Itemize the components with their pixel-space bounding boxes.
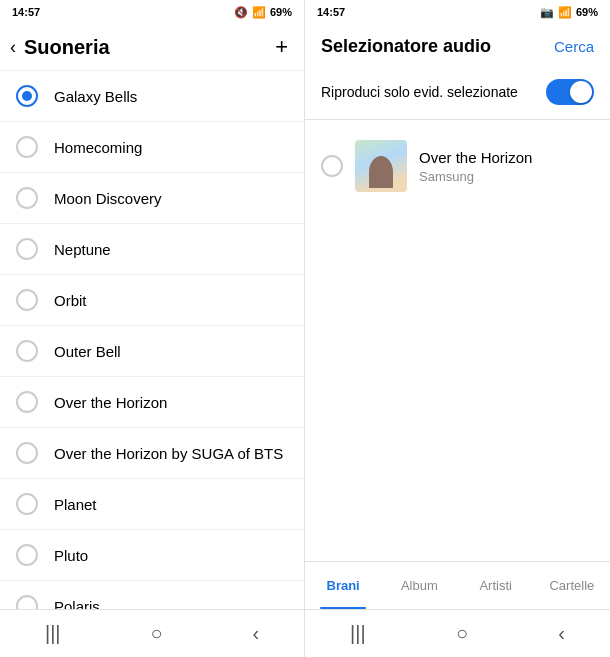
ringtone-item[interactable]: Polaris: [0, 581, 304, 609]
ringtone-list: Galaxy BellsHomecomingMoon DiscoveryNept…: [0, 71, 304, 609]
album-art-inner: [355, 140, 407, 192]
battery-right: 69%: [576, 6, 598, 18]
radio-button[interactable]: [16, 442, 38, 464]
ringtone-name: Moon Discovery: [54, 190, 162, 207]
home-nav-icon-left[interactable]: ○: [150, 622, 162, 645]
album-art-figure: [369, 156, 393, 188]
ringtone-item[interactable]: Outer Bell: [0, 326, 304, 377]
audio-item[interactable]: Over the Horizon Samsung: [305, 128, 610, 204]
tab-album[interactable]: Album: [381, 562, 457, 609]
ringtone-name: Galaxy Bells: [54, 88, 137, 105]
right-panel: 14:57 📷 📶 69% Selezionatore audio Cerca …: [305, 0, 610, 657]
radio-button[interactable]: [16, 136, 38, 158]
ringtone-item[interactable]: Orbit: [0, 275, 304, 326]
time-left: 14:57: [12, 6, 40, 18]
header-left-group: ‹ Suoneria: [10, 36, 110, 59]
add-button[interactable]: +: [275, 34, 288, 60]
mute-icon: 🔇: [234, 6, 248, 19]
back-nav-icon-right[interactable]: ‹: [558, 622, 565, 645]
radio-button[interactable]: [16, 238, 38, 260]
radio-button[interactable]: [16, 544, 38, 566]
audio-artist: Samsung: [419, 169, 532, 184]
ringtone-name: Homecoming: [54, 139, 142, 156]
left-header: ‹ Suoneria +: [0, 24, 304, 71]
status-icons-right: 📷 📶 69%: [540, 6, 598, 19]
ringtone-item[interactable]: Planet: [0, 479, 304, 530]
status-bar-right: 14:57 📷 📶 69%: [305, 0, 610, 24]
tab-artisti[interactable]: Artisti: [458, 562, 534, 609]
tab-brani[interactable]: Brani: [305, 562, 381, 609]
audio-list: Over the Horizon Samsung: [305, 120, 610, 561]
ringtone-name: Planet: [54, 496, 97, 513]
page-title: Suoneria: [24, 36, 110, 59]
signal-icon: 📶: [252, 6, 266, 19]
radio-button[interactable]: [16, 340, 38, 362]
back-button[interactable]: ‹: [10, 37, 16, 58]
audio-info: Over the Horizon Samsung: [419, 149, 532, 184]
time-right: 14:57: [317, 6, 345, 18]
bottom-nav-left: ||| ○ ‹: [0, 609, 304, 657]
ringtone-item[interactable]: Moon Discovery: [0, 173, 304, 224]
ringtone-name: Orbit: [54, 292, 87, 309]
ringtone-name: Over the Horizon: [54, 394, 167, 411]
ringtone-name: Neptune: [54, 241, 111, 258]
toggle-row: Riproduci solo evid. selezionate: [305, 69, 610, 120]
radio-button[interactable]: [16, 493, 38, 515]
ringtone-item[interactable]: Galaxy Bells: [0, 71, 304, 122]
tab-cartelle[interactable]: Cartelle: [534, 562, 610, 609]
status-icons-left: 🔇 📶 69%: [234, 6, 292, 19]
ringtone-name: Outer Bell: [54, 343, 121, 360]
radio-button[interactable]: [16, 391, 38, 413]
radio-button[interactable]: [16, 85, 38, 107]
back-nav-icon-left[interactable]: ‹: [252, 622, 259, 645]
toggle-label: Riproduci solo evid. selezionate: [321, 84, 518, 100]
menu-nav-icon-right[interactable]: |||: [350, 622, 366, 645]
toggle-switch[interactable]: [546, 79, 594, 105]
ringtone-name: Polaris: [54, 598, 100, 610]
album-art: [355, 140, 407, 192]
signal-icon-right: 📶: [558, 6, 572, 19]
search-button[interactable]: Cerca: [554, 38, 594, 55]
status-bar-left: 14:57 🔇 📶 69%: [0, 0, 304, 24]
bottom-nav-right: ||| ○ ‹: [305, 609, 610, 657]
ringtone-name: Pluto: [54, 547, 88, 564]
right-header: Selezionatore audio Cerca: [305, 24, 610, 69]
left-panel: 14:57 🔇 📶 69% ‹ Suoneria + Galaxy BellsH…: [0, 0, 305, 657]
radio-button[interactable]: [16, 187, 38, 209]
battery-left: 69%: [270, 6, 292, 18]
radio-button[interactable]: [16, 289, 38, 311]
camera-icon: 📷: [540, 6, 554, 19]
ringtone-item[interactable]: Homecoming: [0, 122, 304, 173]
ringtone-item[interactable]: Neptune: [0, 224, 304, 275]
ringtone-name: Over the Horizon by SUGA of BTS: [54, 445, 283, 462]
audio-title: Over the Horizon: [419, 149, 532, 166]
home-nav-icon-right[interactable]: ○: [456, 622, 468, 645]
menu-nav-icon-left[interactable]: |||: [45, 622, 61, 645]
ringtone-item[interactable]: Pluto: [0, 530, 304, 581]
ringtone-item[interactable]: Over the Horizon by SUGA of BTS: [0, 428, 304, 479]
radio-button[interactable]: [16, 595, 38, 609]
tabs-row: Brani Album Artisti Cartelle: [305, 561, 610, 609]
right-page-title: Selezionatore audio: [321, 36, 491, 57]
audio-radio[interactable]: [321, 155, 343, 177]
ringtone-item[interactable]: Over the Horizon: [0, 377, 304, 428]
